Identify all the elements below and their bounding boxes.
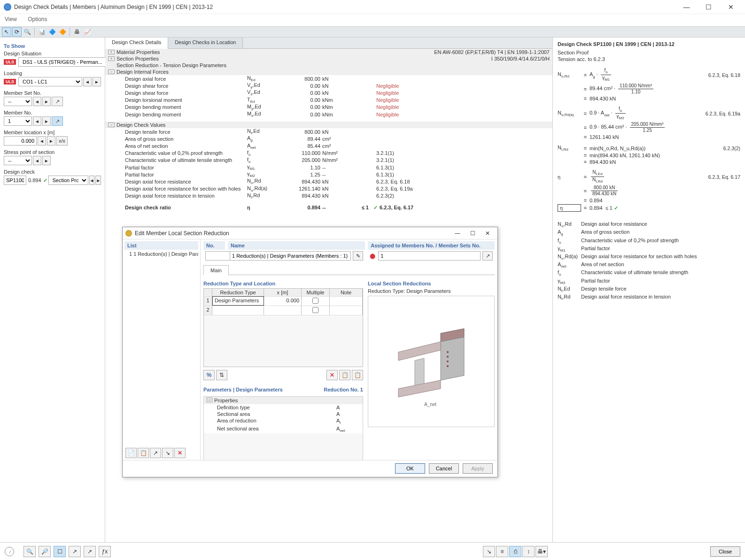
info-icon[interactable]: 𝑖 [5, 547, 14, 556]
close-window-button[interactable]: ✕ [720, 0, 741, 14]
mset-next[interactable]: ► [42, 97, 51, 106]
table-row[interactable]: 1 Design Parameters 0.000 [204, 296, 363, 306]
sort-button[interactable]: ⇅ [216, 370, 227, 380]
list-delete[interactable]: ✕ [174, 448, 186, 458]
row-section-props: Section Properties [116, 56, 159, 61]
foot-tool1[interactable]: ↗ [69, 546, 81, 557]
svg-point-6 [447, 356, 449, 358]
list-copy[interactable]: 📋 [138, 448, 149, 458]
name-edit-icon[interactable]: ✎ [353, 251, 363, 261]
loc-next[interactable]: ► [47, 136, 55, 146]
dc-sp-input[interactable] [4, 176, 26, 185]
close-button[interactable]: Close [710, 546, 740, 557]
dlg-close[interactable]: ✕ [481, 228, 495, 238]
dlg-minimize[interactable]: — [450, 228, 465, 238]
menu-options[interactable]: Options [28, 16, 47, 23]
tool-chart[interactable]: 📊 [37, 27, 47, 37]
label-member-no: Member No. [4, 110, 101, 115]
member-select[interactable]: 1 [4, 116, 32, 126]
foot-fx[interactable]: ƒx [99, 546, 111, 557]
multiple-checkbox[interactable] [312, 298, 318, 304]
loc-prev[interactable]: ◄ [38, 136, 46, 146]
expander-icon[interactable]: + [108, 50, 115, 54]
design-situation-select[interactable]: DS1 - ULS (STR/GEO) - Perman... [18, 57, 112, 67]
location-input[interactable] [4, 136, 37, 146]
tool-rotate[interactable]: ⟳ [12, 27, 22, 37]
list-item[interactable]: 1 1 Reduction(s) | Design Paramet [124, 250, 198, 258]
foot-tool2[interactable]: ↗ [84, 546, 96, 557]
svg-point-8 [447, 365, 449, 367]
cancel-button[interactable]: Cancel [429, 463, 459, 474]
rp-tool1[interactable]: ↘ [483, 546, 495, 557]
tool-view2[interactable]: 🔶 [58, 27, 67, 37]
mset-pick[interactable]: ↗ [52, 97, 63, 106]
legend-row: Nt,RdDesign axial force resistance in te… [558, 294, 740, 301]
percent-button[interactable]: % [203, 370, 215, 380]
menu-view[interactable]: View [5, 16, 17, 23]
mid-panel: Design Check Details Design Checks in Lo… [105, 38, 552, 542]
dc-desc-select[interactable]: Section Proof | T... [48, 176, 88, 185]
tool-graph[interactable]: 📈 [83, 27, 92, 37]
col-note: Note [330, 289, 363, 296]
row-tool1[interactable]: 📋 [339, 370, 350, 380]
assigned-input[interactable] [378, 251, 481, 261]
member-set-select[interactable]: -- [4, 97, 32, 106]
mem-pick[interactable]: ↗ [52, 116, 63, 126]
row-delete[interactable]: ✕ [326, 370, 338, 380]
tool-view1[interactable]: 🔷 [47, 27, 57, 37]
expander-icon[interactable]: − [108, 69, 115, 74]
table-row: Partial factorγM1 1.10-- 6.1.3(1) [105, 164, 552, 171]
mset-prev[interactable]: ◄ [33, 97, 41, 106]
list-header: List [124, 241, 198, 250]
dlg-tab-main[interactable]: Main [203, 265, 229, 275]
tab-details[interactable]: Design Check Details [105, 38, 168, 49]
loc-x[interactable]: x/x [56, 136, 68, 146]
rp-tool3[interactable]: ⎙ [509, 546, 521, 557]
tool-arrow[interactable]: ↖ [2, 27, 11, 37]
tool-zoom[interactable]: 🔍 [23, 27, 32, 37]
minimize-button[interactable]: — [676, 0, 697, 14]
apply-button[interactable]: Apply [463, 463, 493, 474]
expander-icon[interactable]: + [108, 56, 115, 61]
design-check-treegrid: +Material PropertiesEN AW-6082 (EP,ET,ER… [105, 49, 552, 211]
tab-location[interactable]: Design Checks in Location [168, 38, 243, 48]
rp-tool2[interactable]: ≡ [496, 546, 508, 557]
preview-3d[interactable]: A_net [368, 296, 495, 427]
dc-prev[interactable]: ◄ [89, 176, 95, 185]
maximize-button[interactable]: ☐ [698, 0, 719, 14]
expander-icon[interactable]: − [108, 123, 115, 127]
svg-point-5 [447, 351, 449, 353]
multiple-checkbox-2[interactable] [312, 307, 318, 313]
mem-prev[interactable]: ◄ [33, 116, 41, 126]
sp-next[interactable]: ► [42, 156, 51, 165]
dc-next[interactable]: ► [95, 176, 101, 185]
sp-prev[interactable]: ◄ [33, 156, 41, 165]
rp-print[interactable]: 🖶▾ [535, 546, 548, 557]
svg-marker-2 [398, 342, 441, 361]
table-row-empty[interactable]: 2 [204, 306, 363, 315]
label-location: Member location x [m] [4, 130, 101, 135]
list-tool1[interactable]: ↗ [150, 448, 161, 458]
assigned-pick[interactable]: ↗ [482, 251, 493, 261]
list-new[interactable]: 📄 [125, 448, 137, 458]
foot-zoom[interactable]: 🔍 [23, 546, 36, 557]
load-prev[interactable]: ◄ [83, 77, 92, 86]
expander-icon[interactable]: − [207, 398, 212, 402]
load-next[interactable]: ► [93, 77, 101, 86]
tool-print[interactable]: 🖶 [72, 27, 82, 37]
mem-next[interactable]: ► [42, 116, 51, 126]
stress-select[interactable]: -- [4, 156, 32, 165]
row-tool2[interactable]: 📋 [352, 370, 363, 380]
material-value: EN AW-6082 (EP,ET,ER/B) T4 | EN 1999-1-1… [434, 49, 550, 55]
foot-zoom2[interactable]: 🔎 [39, 546, 51, 557]
list-tool2[interactable]: ↘ [162, 448, 173, 458]
rp-tool4[interactable]: ↕ [522, 546, 535, 557]
reduction-table: Reduction Type x [m] Multiple Note 1 Des… [203, 288, 363, 367]
foot-select[interactable]: ☐ [54, 546, 66, 557]
loading-select[interactable]: CO1 - LC1 [18, 77, 82, 86]
ok-button[interactable]: OK [395, 463, 425, 474]
member-icon: ⬤ [370, 253, 375, 259]
name-input[interactable] [230, 251, 351, 261]
dlg-maximize[interactable]: ☐ [466, 228, 480, 238]
legend-row: Nu,Rd(a)Design axial force resistance fo… [558, 253, 740, 261]
